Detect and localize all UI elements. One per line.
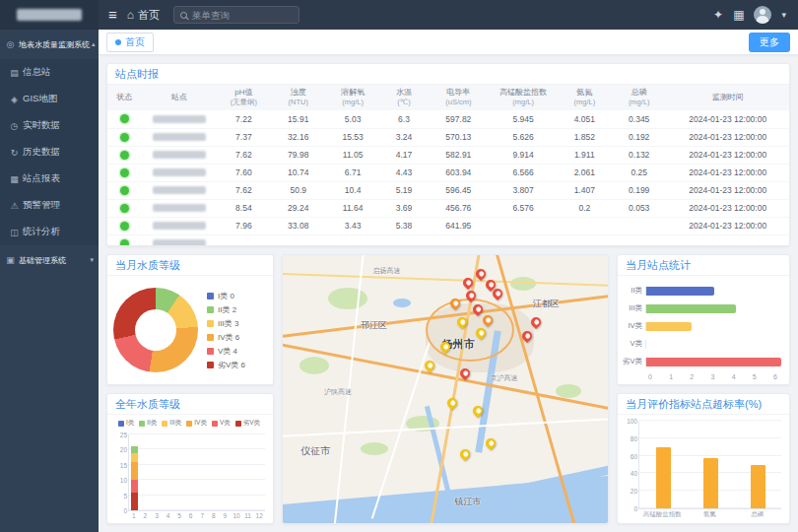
bar-column (687, 421, 734, 508)
axis-tick: 4 (163, 512, 174, 519)
bar[interactable] (703, 458, 718, 508)
sidebar-group-header[interactable]: ◎地表水质量监测系统▴ (0, 30, 99, 59)
panel-exceed-rate: 当月评价指标站点超标率(%) 020406080100 高锰酸盐指数氨氮总磷 (617, 393, 790, 524)
map-pin[interactable] (445, 396, 459, 410)
legend-item[interactable]: I类 0 (207, 291, 245, 301)
cell-value: 596.45 (428, 181, 489, 199)
axis-tick: 12 (253, 512, 265, 519)
legend-item[interactable]: II类 2 (207, 304, 245, 315)
right-chart-column: 当月站点统计 II类III类IV类V类劣V类 0123456 当月评价指标站点超… (617, 254, 790, 524)
sidebar-item[interactable]: ▦站点报表 (0, 166, 99, 192)
breadcrumb[interactable]: ⌂ 首页 (127, 8, 160, 23)
bar-segment (131, 480, 138, 492)
legend-item[interactable]: IV类 6 (207, 332, 245, 343)
panel-title: 当月站点统计 (618, 255, 789, 276)
app-logo (0, 0, 99, 30)
map-pin[interactable] (438, 340, 452, 354)
stacked-chart-body: I类II类III类IV类V类劣V类 0510152025 12345678910… (107, 415, 273, 523)
axis-tick: 总磷 (734, 510, 781, 519)
legend-item[interactable]: II类 (139, 419, 157, 428)
month-station-stats-title: 当月站点统计 (626, 258, 691, 273)
axis-tick: 0 (648, 373, 652, 380)
legend-item[interactable]: 劣V类 6 (207, 360, 245, 370)
map-pin[interactable] (458, 447, 472, 461)
legend-item[interactable]: V类 (212, 419, 231, 428)
tab-home[interactable]: 首页 (106, 33, 154, 52)
sidebar-group-header[interactable]: ▣基础管理系统▾ (0, 245, 99, 275)
user-avatar[interactable] (754, 6, 771, 24)
layout-grid-icon[interactable]: ▦ (733, 8, 744, 22)
bar[interactable] (646, 287, 714, 296)
legend-label: II类 (147, 419, 157, 428)
category-label: V类 (620, 339, 645, 349)
hamburger-menu-icon[interactable]: ≡ (99, 0, 127, 30)
cell-time: 2024-01-23 12:00:00 (666, 199, 789, 217)
cell-value: 7.60 (217, 164, 271, 181)
table-row: 7.3732.1615.533.24570.135.6261.8520.1922… (107, 128, 789, 146)
menu-search-input[interactable] (192, 10, 293, 21)
sidebar-item[interactable]: ⚠预警管理 (0, 192, 99, 219)
search-icon (180, 12, 187, 19)
map-pin[interactable] (474, 267, 488, 281)
legend-item[interactable]: 劣V类 (235, 419, 260, 428)
cell-value: 0.132 (612, 146, 666, 164)
legend-item[interactable]: IV类 (186, 419, 207, 428)
map-pin[interactable] (471, 404, 485, 418)
cell-value (325, 234, 379, 246)
cell-value: 11.64 (325, 199, 379, 217)
bar[interactable] (751, 465, 765, 509)
map-pin[interactable] (448, 297, 462, 310)
map-pin[interactable] (481, 313, 495, 327)
bar[interactable] (646, 304, 736, 313)
legend-swatch (207, 348, 214, 355)
cell-value (489, 217, 557, 234)
sidebar-item[interactable]: ◫统计分析 (0, 219, 99, 245)
legend-label: 劣V类 (243, 419, 260, 428)
map-pin[interactable] (519, 329, 533, 343)
bar-columns (129, 434, 265, 510)
legend-item[interactable]: V类 4 (207, 346, 245, 357)
legend-label: III类 (169, 419, 181, 428)
sidebar-item[interactable]: ↻历史数据 (0, 139, 99, 166)
table-body: 7.2215.915.036.3597.825.9454.0510.345202… (107, 110, 789, 246)
map-pin[interactable] (484, 436, 498, 450)
legend-label: V类 (220, 419, 231, 428)
bar[interactable] (646, 322, 692, 331)
map-pin[interactable] (529, 315, 543, 329)
cell-value (428, 234, 489, 246)
bar[interactable] (656, 447, 671, 508)
map-pin[interactable] (461, 276, 475, 290)
map-pin[interactable] (458, 366, 472, 380)
gis-map[interactable]: 扬州市江都区邗江区仪征市镇江市启扬高速沪陕高速京沪高速 (282, 254, 609, 524)
stacked-plot: 0510152025 (128, 434, 265, 511)
bottom-grid: 当月水质等级 I类 0II类 2III类 3IV类 6V类 4劣V类 6 全年水… (106, 254, 790, 524)
cell-value: 10.4 (325, 181, 379, 199)
map-pin[interactable] (454, 315, 468, 329)
sidebar-item[interactable]: ◈GIS地图 (0, 86, 99, 112)
cell-value: 641.95 (428, 217, 489, 234)
chevron-down-icon[interactable]: ▾ (781, 10, 786, 20)
station-hourly-title: 站点时报 (115, 67, 159, 82)
history-icon: ↻ (9, 148, 20, 158)
more-button[interactable]: 更多 (749, 33, 790, 52)
badge-icon[interactable]: ✦ (713, 8, 723, 22)
sidebar-item[interactable]: ▤信息站 (0, 59, 99, 86)
map-pin[interactable] (464, 289, 478, 302)
menu-search[interactable] (173, 6, 299, 24)
station-name-redacted (153, 133, 206, 141)
report-icon: ▦ (9, 174, 20, 184)
panel-month-quality: 当月水质等级 I类 0II类 2III类 3IV类 6V类 4劣V类 6 (106, 254, 274, 385)
sidebar-item[interactable]: ◷实时数据 (0, 112, 99, 139)
legend-item[interactable]: I类 (118, 419, 134, 428)
map-pin[interactable] (474, 326, 488, 340)
axis-tick: 3 (711, 373, 715, 380)
cell-value (612, 217, 666, 234)
map-pin[interactable] (471, 302, 485, 316)
legend-item[interactable]: III类 3 (207, 318, 245, 329)
category-label: II类 (620, 286, 645, 296)
column-header: 浊度(NTU) (271, 85, 325, 110)
bar[interactable] (646, 358, 781, 366)
legend-item[interactable]: III类 (162, 419, 181, 428)
map-pin[interactable] (422, 359, 435, 372)
settings-icon: ▣ (5, 255, 16, 265)
